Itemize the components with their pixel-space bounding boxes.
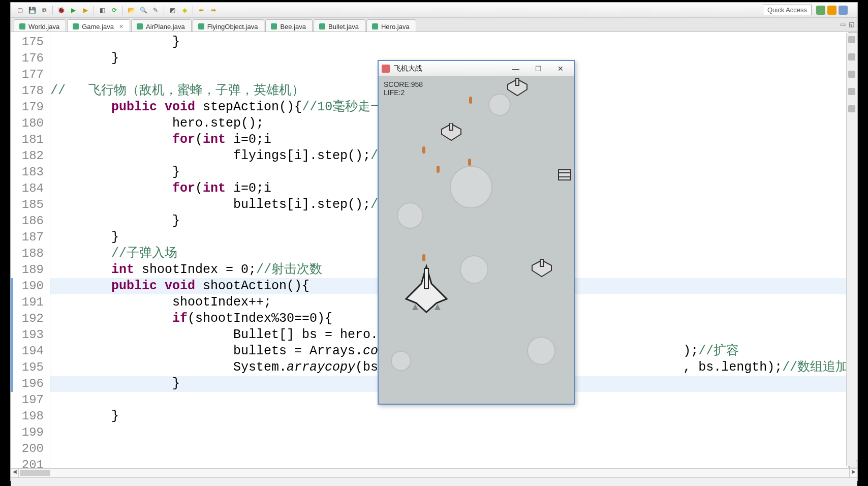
perspective-java-icon[interactable] — [816, 6, 825, 15]
tab-bullet-java[interactable]: Bullet.java — [314, 19, 365, 32]
game-window: 飞机大战 — ☐ ✕ SCORE:958 LIFE:2 — [378, 60, 575, 405]
tab-world-java[interactable]: World.java — [14, 19, 66, 32]
bee-sprite — [555, 166, 574, 184]
tab-game-java[interactable]: Game.java✕ — [67, 19, 130, 32]
debug-icon[interactable]: 🐞 — [56, 6, 66, 15]
tab-label: World.java — [28, 23, 59, 31]
window-title: 飞机大战 — [394, 64, 422, 73]
code-line: } — [50, 34, 848, 50]
toggle-mark-icon[interactable]: ◩ — [168, 6, 177, 15]
asteroid — [397, 202, 423, 229]
code-line — [50, 441, 848, 457]
line-number: 194 — [11, 343, 50, 359]
line-number: 177 — [11, 67, 50, 83]
svg-rect-5 — [540, 259, 543, 266]
maximize-button[interactable]: ☐ — [528, 63, 548, 75]
bullet — [422, 254, 425, 261]
bullet — [437, 166, 440, 173]
javadoc-icon[interactable] — [848, 105, 855, 112]
line-number: 193 — [11, 327, 50, 343]
status-bar — [11, 477, 857, 486]
line-number: 190 — [11, 278, 50, 294]
problems-icon[interactable] — [848, 71, 855, 78]
game-canvas[interactable]: SCORE:958 LIFE:2 — [379, 76, 574, 404]
maximize-editor-icon[interactable]: ◱ — [849, 21, 854, 28]
line-number: 196 — [11, 376, 50, 392]
bullet — [468, 159, 471, 166]
enemy-plane — [440, 123, 463, 141]
line-number: 178 — [11, 83, 50, 99]
line-number: 185 — [11, 197, 50, 213]
line-number: 191 — [11, 294, 50, 311]
java-file-icon — [271, 23, 277, 29]
tab-airplane-java[interactable]: AirPlane.java — [131, 19, 192, 32]
tab-bee-java[interactable]: Bee.java — [265, 19, 313, 32]
line-number: 198 — [11, 408, 50, 424]
svg-rect-1 — [516, 78, 519, 85]
minimize-editor-icon[interactable]: ▭ — [840, 21, 846, 28]
tab-label: Bee.java — [280, 23, 306, 31]
java-file-icon — [372, 23, 378, 29]
run-icon[interactable]: ▶ — [69, 6, 78, 15]
save-all-icon[interactable]: ⧉ — [40, 6, 49, 15]
asteroid — [450, 166, 492, 208]
hero-plane — [401, 263, 452, 314]
line-number: 182 — [11, 148, 50, 164]
life-label: LIFE: — [384, 88, 400, 97]
back-icon[interactable]: ⬅ — [197, 6, 206, 15]
line-number: 197 — [11, 392, 50, 408]
new-pkg-icon[interactable]: ◧ — [98, 6, 107, 15]
tab-flyingobject-java[interactable]: FlyingObject.java — [193, 19, 265, 32]
hud: SCORE:958 LIFE:2 — [384, 80, 423, 97]
tab-close-icon[interactable]: ✕ — [119, 23, 123, 30]
task-icon[interactable] — [848, 53, 855, 60]
asteroid — [391, 351, 411, 371]
tab-label: FlyingObject.java — [207, 23, 258, 31]
outline-icon[interactable] — [848, 36, 855, 43]
tab-label: Hero.java — [381, 23, 410, 31]
minimize-button[interactable]: — — [506, 63, 526, 75]
refresh-icon[interactable]: ⟳ — [110, 6, 119, 15]
line-number: 201 — [11, 457, 50, 473]
title-bar[interactable]: 飞机大战 — ☐ ✕ — [379, 61, 574, 76]
line-number-gutter: 1751761771781791801811821831841851861871… — [11, 32, 50, 468]
right-view-strip — [846, 33, 856, 466]
enemy-plane — [506, 78, 529, 97]
perspective-other-icon[interactable] — [839, 6, 848, 15]
line-number: 181 — [11, 132, 50, 148]
line-number: 189 — [11, 262, 50, 278]
life-value: 2 — [400, 88, 405, 97]
quick-access-box[interactable]: Quick Access — [763, 5, 812, 15]
line-number: 179 — [11, 99, 50, 115]
perspective-debug-icon[interactable] — [827, 6, 836, 15]
save-icon[interactable]: 💾 — [27, 6, 37, 15]
line-number: 188 — [11, 246, 50, 262]
asteroid — [488, 94, 511, 116]
highlight-icon[interactable]: ◆ — [180, 6, 189, 15]
java-file-icon — [137, 23, 143, 29]
java-file-icon — [198, 23, 204, 29]
edit-icon[interactable]: ✎ — [151, 6, 160, 15]
close-button[interactable]: ✕ — [550, 63, 571, 75]
tab-label: Bullet.java — [328, 23, 359, 31]
line-number: 175 — [11, 34, 50, 50]
run-last-icon[interactable]: ▶ — [81, 6, 90, 15]
svg-rect-6 — [559, 170, 571, 180]
console-icon[interactable] — [848, 88, 855, 95]
code-line — [50, 424, 848, 441]
code-line: } — [50, 408, 848, 424]
fwd-icon[interactable]: ➡ — [209, 6, 218, 15]
line-number: 176 — [11, 50, 50, 67]
line-number: 195 — [11, 359, 50, 376]
open-type-icon[interactable]: 📂 — [127, 6, 136, 15]
tab-hero-java[interactable]: Hero.java — [366, 19, 416, 32]
enemy-plane — [530, 259, 553, 278]
tab-label: Game.java — [82, 23, 114, 31]
new-icon[interactable]: ▢ — [15, 6, 24, 15]
java-file-icon — [319, 23, 325, 29]
horizontal-scrollbar[interactable]: ◀ ▶ — [11, 468, 857, 477]
search-icon[interactable]: 🔍 — [139, 6, 148, 15]
tab-label: AirPlane.java — [146, 23, 185, 31]
line-number: 180 — [11, 115, 50, 132]
svg-rect-3 — [450, 123, 453, 130]
